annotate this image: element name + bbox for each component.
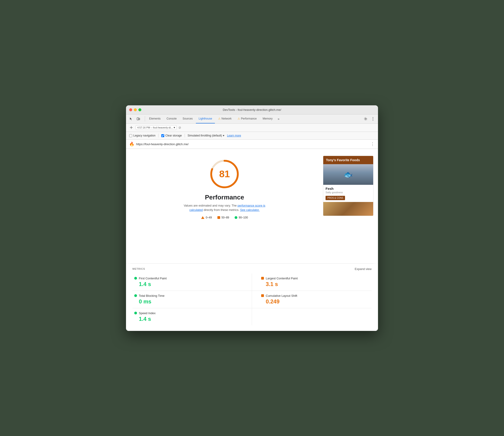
inspect-element-button[interactable] [128,116,134,122]
svg-rect-0 [137,118,139,120]
toolbar-right [362,116,376,122]
cursor-icon [129,117,133,121]
score-title: Performance [205,194,244,201]
close-button[interactable] [129,108,132,111]
svg-rect-1 [139,118,140,120]
network-warning-icon: ⚠ [218,117,221,120]
metrics-title: METRICS [132,267,145,270]
plus-icon [130,126,133,129]
legacy-navigation-checkbox[interactable] [129,134,132,137]
tab-performance[interactable]: ⚠ Performance [235,114,260,123]
url-bar: 🔥 https://foul-heavenly-direction.glitch… [126,140,378,149]
preview-card-body: 🐟 Fesh Salty goodness PROS & CONS [323,164,373,216]
tab-console[interactable]: Console [164,114,179,123]
learn-more-link[interactable]: Learn more [227,134,241,137]
tbt-status-indicator [134,294,137,297]
traffic-lights [129,108,141,111]
expand-view-button[interactable]: Expand view [355,267,372,271]
fcp-status-indicator [134,277,137,280]
metrics-section: METRICS Expand view First Contentful Pai… [126,263,378,331]
metric-fcp-header: First Contentful Paint [134,277,243,280]
clear-storage-label[interactable]: Clear storage [161,134,182,137]
square-icon [217,216,220,219]
preview-card-header: Tony's Favorite Foods [323,156,373,164]
metric-tbt-header: Total Blocking Time [134,294,243,298]
preview-card: Tony's Favorite Foods 🐟 Fesh Salty goodn… [323,156,373,216]
lcp-value: 3.1 s [261,281,370,287]
devtools-window: DevTools - foul-heavenly-direction.glitc… [126,105,378,331]
title-bar: DevTools - foul-heavenly-direction.glitc… [126,105,378,115]
lcp-label: Largest Contentful Paint [266,277,298,280]
metric-fcp: First Contentful Paint 1.4 s [132,273,252,291]
device-toggle-button[interactable] [135,116,142,122]
svg-point-3 [373,117,373,118]
tbt-label: Total Blocking Time [139,294,165,298]
toolbar-icons [128,116,142,122]
performance-warning-icon: ⚠ [238,117,240,120]
svg-point-2 [365,118,366,119]
metric-lcp-header: Largest Contentful Paint [261,277,370,280]
main-content: 81 Performance Values are estimated and … [126,149,378,263]
calculator-link[interactable]: See calculator. [240,208,260,212]
options-separator [158,134,158,137]
tab-lighthouse[interactable]: Lighthouse [196,114,215,123]
fish-visual: 🐟 [323,164,373,185]
url-menu-button[interactable]: ⋮ [370,142,375,146]
three-dots-icon [373,117,373,121]
legend-good: 90–100 [235,216,248,219]
metric-tbt: Total Blocking Time 0 ms [132,291,252,308]
preview-image-2 [323,202,373,216]
cls-status-indicator [261,294,264,297]
score-legend: 0–49 50–89 90–100 [201,216,248,219]
preview-content: Fesh Salty goodness PROS & CONS [323,185,373,202]
metric-lcp: Largest Contentful Paint 3.1 s [252,273,372,291]
minimize-button[interactable] [134,108,137,111]
add-session-button[interactable] [129,125,134,130]
score-value: 81 [219,169,230,180]
si-value: 1.4 s [134,316,243,322]
pros-cons-button[interactable]: PROS & CONS [326,196,345,200]
sub-toolbar: 4:57:16 PM – foul-heavenly-di... ▾ ⊘ [126,124,378,132]
maximize-button[interactable] [138,108,141,111]
throttling-select[interactable]: Simulated throttling (default) ▾ [188,134,224,137]
triangle-icon [201,216,204,219]
options-bar: Legacy navigation Clear storage Simulate… [126,132,378,140]
clear-storage-checkbox[interactable] [161,134,164,137]
svg-point-5 [373,120,373,121]
legacy-navigation-label[interactable]: Legacy navigation [129,134,156,137]
tab-elements[interactable]: Elements [147,114,163,123]
si-label: Speed Index [139,311,156,315]
device-icon [137,117,140,121]
url-text: https://foul-heavenly-direction.glitch.m… [136,142,369,146]
circle-icon [235,216,237,219]
score-description: Values are estimated and may vary. The p… [179,203,270,212]
svg-point-4 [373,119,373,119]
tab-sources[interactable]: Sources [180,114,195,123]
metrics-header: METRICS Expand view [132,267,372,271]
throttle-dropdown-arrow: ▾ [223,134,224,137]
more-options-button[interactable] [370,116,376,122]
tab-memory[interactable]: Memory [260,114,275,123]
more-tabs-button[interactable]: » [276,116,281,122]
metric-si-header: Speed Index [134,311,243,315]
session-selector[interactable]: 4:57:16 PM – foul-heavenly-di... ▾ [136,125,177,130]
block-icon[interactable]: ⊘ [178,126,181,129]
toolbar: Elements Console Sources Lighthouse ⚠ Ne… [126,115,378,124]
legend-moderate: 50–89 [217,216,229,219]
session-label: 4:57:16 PM – foul-heavenly-di... [137,126,173,129]
settings-button[interactable] [362,116,369,122]
metric-cls: Cumulative Layout Shift 0.249 [252,291,372,308]
cls-label: Cumulative Layout Shift [266,294,297,298]
score-circle: 81 [209,158,240,190]
lcp-status-indicator [261,277,264,280]
si-status-indicator [134,312,137,314]
score-section: 81 Performance Values are estimated and … [131,154,318,259]
metric-si: Speed Index 1.4 s [132,308,252,325]
food-name: Fesh [326,187,371,191]
metrics-grid: First Contentful Paint 1.4 s Largest Con… [132,273,372,325]
tab-network[interactable]: ⚠ Network [215,114,234,123]
fcp-value: 1.4 s [134,281,243,287]
session-dropdown-arrow: ▾ [174,126,175,129]
legend-poor: 0–49 [201,216,212,219]
food-description: Salty goodness [326,191,371,194]
